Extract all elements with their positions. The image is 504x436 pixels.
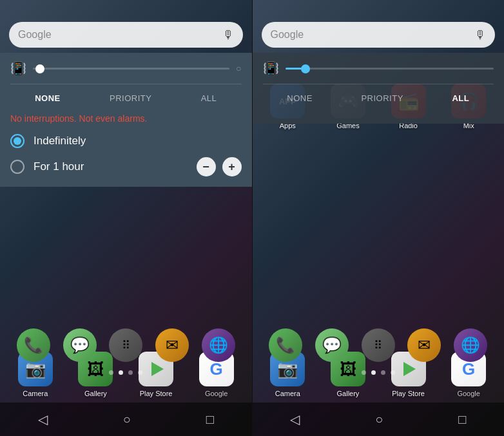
indefinitely-label: Indefinitely xyxy=(34,135,242,147)
dot-3-left xyxy=(128,370,133,375)
radio-hour[interactable] xyxy=(10,160,24,174)
nav-bar-right: ◁ ○ □ xyxy=(253,403,505,436)
dot-2-left xyxy=(119,370,123,375)
nav-bar-left: ◁ ○ □ xyxy=(0,403,252,436)
dot-1-right xyxy=(362,370,366,375)
google-letter-left: G xyxy=(210,359,223,379)
google-label-right: Google xyxy=(457,390,480,397)
phone-icon-right[interactable]: 📞 xyxy=(269,328,302,362)
dnd-panel-left: 📳 ○ NONE PRIORITY ALL No interruptions. … xyxy=(0,53,252,187)
right-phone-panel: ⚠ ▲ ■ 85% 16:31 Google 🎙 📳 NONE PRIORITY… xyxy=(253,0,505,436)
search-text-left: Google xyxy=(18,29,52,41)
bottom-icons-left: 📞 💬 ⠿ ✉ 🌐 xyxy=(0,328,252,362)
gallery-label-right: Gallery xyxy=(337,390,360,397)
home-button-left[interactable]: ○ xyxy=(118,407,136,432)
gallery-emoji-left: 🖼 xyxy=(87,359,104,379)
dnd-panel-right: 📳 NONE PRIORITY ALL xyxy=(253,53,505,124)
dot-3-right xyxy=(381,370,385,375)
message-icon-left[interactable]: 💬 xyxy=(63,328,97,362)
recent-button-left[interactable]: □ xyxy=(201,407,219,432)
playstore-label-left: Play Store xyxy=(140,390,173,397)
hour-label: For 1 hour xyxy=(34,160,188,173)
camera-label-left: Camera xyxy=(23,390,48,397)
search-text-right: Google xyxy=(271,29,304,41)
dnd-options-left: NONE PRIORITY ALL xyxy=(10,84,242,106)
dot-1-left xyxy=(109,370,113,375)
plus-button[interactable]: + xyxy=(222,157,242,176)
dnd-all-left[interactable]: ALL xyxy=(196,91,222,106)
time-option-hour[interactable]: For 1 hour − + xyxy=(10,157,242,176)
time-option-indefinitely[interactable]: Indefinitely xyxy=(10,134,242,148)
mic-icon-right[interactable]: 🎙 xyxy=(474,28,486,42)
playstore-label-right: Play Store xyxy=(392,390,425,397)
dnd-none-left[interactable]: NONE xyxy=(30,91,66,106)
no-interruptions-text: No interruptions. Not even alarms. xyxy=(10,113,242,124)
slider-thumb-right xyxy=(301,64,310,73)
mail-icon-right[interactable]: ✉ xyxy=(407,328,441,362)
left-phone-panel: ⚠ ▲ ■ 85% 16:31 Google 🎙 📳 ○ NONE PRIORI… xyxy=(0,0,252,436)
search-bar-right[interactable]: Google 🎙 xyxy=(262,22,496,48)
dots-left xyxy=(0,370,252,375)
back-button-left[interactable]: ◁ xyxy=(33,406,53,432)
recent-button-right[interactable]: □ xyxy=(453,407,471,432)
camera-label-right: Camera xyxy=(275,390,300,397)
vibrate-icon-right: 📳 xyxy=(263,61,279,76)
radio-indefinitely[interactable] xyxy=(10,134,24,148)
bottom-icons-right: 📞 💬 ⠿ ✉ 🌐 xyxy=(253,328,505,362)
dot-4-right xyxy=(391,370,395,375)
minus-button[interactable]: − xyxy=(197,157,216,176)
dot-2-right xyxy=(371,370,376,375)
slider-track-left[interactable] xyxy=(33,68,229,70)
circle-icon-left: ○ xyxy=(236,63,241,73)
slider-thumb-left xyxy=(35,64,44,73)
dnd-priority-right[interactable]: PRIORITY xyxy=(356,91,408,106)
back-button-right[interactable]: ◁ xyxy=(285,406,305,432)
time-options-left: Indefinitely For 1 hour − + xyxy=(10,134,242,176)
apps-icon-left[interactable]: ⠿ xyxy=(109,328,142,362)
phone-icon-left[interactable]: 📞 xyxy=(17,328,50,362)
gallery-label-left: Gallery xyxy=(84,390,107,397)
dnd-priority-left[interactable]: PRIORITY xyxy=(104,91,157,106)
apps-icon-right[interactable]: ⠿ xyxy=(362,328,395,362)
home-button-right[interactable]: ○ xyxy=(370,407,388,432)
browser-icon-left[interactable]: 🌐 xyxy=(202,328,235,362)
gallery-emoji-right: 🖼 xyxy=(340,359,356,379)
dnd-options-right: NONE PRIORITY ALL xyxy=(263,84,494,106)
dnd-none-right[interactable]: NONE xyxy=(282,91,318,106)
dnd-all-right[interactable]: ALL xyxy=(447,91,474,106)
mail-icon-left[interactable]: ✉ xyxy=(155,328,189,362)
message-icon-right[interactable]: 💬 xyxy=(315,328,349,362)
vibrate-row-left: 📳 ○ xyxy=(10,61,242,76)
vibrate-row-right: 📳 xyxy=(263,61,494,76)
camera-emoji-left: 📷 xyxy=(25,359,46,379)
mic-icon-left[interactable]: 🎙 xyxy=(222,28,234,42)
camera-emoji-right: 📷 xyxy=(277,359,298,379)
search-bar-left[interactable]: Google 🎙 xyxy=(9,22,243,48)
hour-controls: − + xyxy=(197,157,242,176)
google-label-left: Google xyxy=(205,390,228,397)
dots-right xyxy=(253,370,505,375)
vibrate-icon-left: 📳 xyxy=(10,61,26,76)
dot-4-left xyxy=(138,370,142,375)
google-letter-right: G xyxy=(462,359,475,379)
slider-track-right[interactable] xyxy=(286,68,494,70)
radio-inner-indefinitely xyxy=(14,137,21,145)
browser-icon-right[interactable]: 🌐 xyxy=(454,328,487,362)
